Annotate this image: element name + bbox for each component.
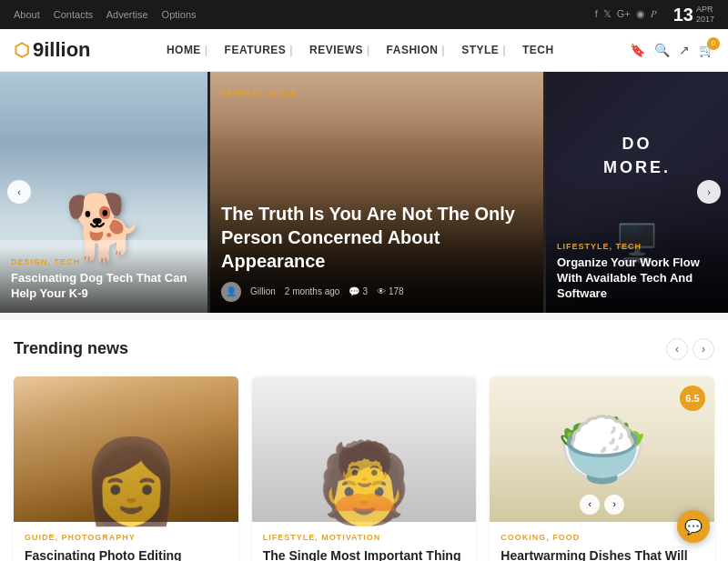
slide-center-title: The Truth Is You Are Not The Only Person… — [221, 202, 532, 273]
logo[interactable]: ⬡ 9illion — [14, 38, 91, 62]
share-icon[interactable]: ↗ — [679, 43, 690, 57]
slide-center-avatar: 👤 — [221, 282, 241, 302]
advertise-link[interactable]: Advertise — [106, 9, 148, 20]
trending-card-2[interactable]: 🧑 LIFESTYLE, MOTIVATION The Single Most … — [252, 376, 477, 561]
pinterest-icon[interactable]: 𝑃 — [651, 8, 657, 20]
slide-left-title: Fascinating Dog Tech That Can Help Your … — [11, 271, 197, 302]
twitter-icon[interactable]: 𝕏 — [603, 8, 612, 20]
trending-header: Trending news ‹ › — [14, 338, 714, 360]
slide-center-top-category: PEOPLE, STYLE — [221, 83, 298, 99]
cart-badge: 0 — [707, 37, 720, 50]
nav-reviews[interactable]: REVIEWS | — [309, 44, 370, 56]
slide-center-time: 2 months ago — [285, 286, 340, 296]
contacts-link[interactable]: Contacts — [54, 9, 93, 20]
date-year: 2017 — [696, 15, 714, 25]
top-bar: About Contacts Advertise Options f 𝕏 G+ … — [0, 0, 728, 29]
instagram-icon[interactable]: ◉ — [636, 8, 645, 20]
nav-fashion[interactable]: FASHION | — [387, 44, 446, 56]
hero-slider: 🐕 ‹ DESIGN, TECH Fascinating Dog Tech Th… — [0, 72, 728, 313]
options-link[interactable]: Options — [162, 9, 197, 20]
card3-next-btn[interactable]: › — [604, 495, 624, 515]
about-link[interactable]: About — [14, 9, 40, 20]
card1-title: Fascinating Photo Editing Tactics That C… — [25, 547, 228, 561]
bookmark-icon[interactable]: 🔖 — [630, 43, 645, 57]
card1-content: GUIDE, PHOTOGRAPHY Fascinating Photo Edi… — [14, 522, 238, 561]
facebook-icon[interactable]: f — [595, 8, 598, 20]
card2-content: LIFESTYLE, MOTIVATION The Single Most Im… — [252, 522, 477, 561]
card2-category: LIFESTYLE, MOTIVATION — [263, 533, 466, 542]
card1-image: 👩 — [14, 376, 238, 522]
trending-card-1[interactable]: 👩 GUIDE, PHOTOGRAPHY Fascinating Photo E… — [14, 376, 238, 561]
google-plus-icon[interactable]: G+ — [617, 8, 631, 20]
search-icon[interactable]: 🔍 — [654, 43, 670, 57]
header: ⬡ 9illion HOME | FEATURES | REVIEWS | FA… — [0, 29, 728, 72]
trending-nav: ‹ › — [666, 338, 714, 360]
nav-tech[interactable]: TECH — [522, 44, 554, 56]
card1-category: GUIDE, PHOTOGRAPHY — [25, 533, 228, 542]
nav-home[interactable]: HOME | — [167, 44, 208, 56]
trending-cards: 👩 GUIDE, PHOTOGRAPHY Fascinating Photo E… — [14, 376, 714, 561]
trending-title: Trending news — [14, 339, 128, 358]
nav-features[interactable]: FEATURES | — [225, 44, 293, 56]
nav-style[interactable]: STYLE | — [461, 44, 506, 56]
slide-center-overlay: The Truth Is You Are Not The Only Person… — [210, 191, 543, 313]
slide-left-prev-btn[interactable]: ‹ — [7, 180, 31, 204]
date-month-year: APR 2017 — [696, 5, 714, 25]
date-month: APR — [696, 5, 714, 15]
hero-slide-center[interactable]: PEOPLE, STYLE The Truth Is You Are Not T… — [210, 72, 543, 313]
top-bar-right: f 𝕏 G+ ◉ 𝑃 13 APR 2017 — [595, 5, 714, 25]
slide-center-meta: 👤 Gillion 2 months ago 💬 3 👁 178 — [221, 282, 532, 302]
card3-badge: 6.5 — [680, 386, 705, 411]
slide-right-category: LIFESTYLE, TECH — [557, 242, 717, 251]
trending-prev-btn[interactable]: ‹ — [666, 338, 688, 360]
logo-icon: ⬡ — [14, 39, 29, 61]
hero-slide-left[interactable]: 🐕 ‹ DESIGN, TECH Fascinating Dog Tech Th… — [0, 72, 207, 313]
card2-image: 🧑 — [252, 376, 477, 522]
cart-icon[interactable]: 🛒0 — [699, 43, 714, 57]
logo-text: 9illion — [33, 38, 91, 62]
slide-center-meta-text: Gillion 2 months ago — [250, 286, 339, 296]
slide-center-comments: 💬 3 — [349, 286, 368, 296]
slide-right-title: Organize Your Work Flow With Available T… — [557, 255, 717, 302]
slide-center-views: 👁 178 — [377, 286, 404, 296]
card3-prev-btn[interactable]: ‹ — [580, 495, 600, 515]
header-icons: 🔖 🔍 ↗ 🛒0 — [630, 43, 714, 57]
card3-title: Heartwarming Dishes That Will Lighten Up… — [500, 547, 703, 561]
trending-section: Trending news ‹ › 👩 GUIDE, PHOTOGRAPHY F… — [0, 320, 728, 561]
slide-center-category-label: PEOPLE, STYLE — [221, 88, 298, 97]
date-block: 13 APR 2017 — [673, 5, 714, 25]
slide-left-category: DESIGN, TECH — [11, 257, 197, 266]
slide-right-next-btn[interactable]: › — [697, 180, 721, 204]
main-nav: HOME | FEATURES | REVIEWS | FASHION | ST… — [167, 44, 554, 56]
slide-left-overlay: DESIGN, TECH Fascinating Dog Tech That C… — [0, 246, 207, 313]
top-bar-links: About Contacts Advertise Options — [14, 9, 207, 20]
slide-right-overlay: LIFESTYLE, TECH Organize Your Work Flow … — [546, 231, 728, 313]
card3-category: COOKING, FOOD — [500, 533, 703, 542]
slide-center-author: Gillion — [250, 286, 276, 296]
date-number: 13 — [673, 5, 693, 24]
chat-button[interactable]: 💬 — [677, 510, 710, 543]
trending-next-btn[interactable]: › — [693, 338, 714, 360]
hero-slide-right[interactable]: DOMORE. 🖥️ › LIFESTYLE, TECH Organize Yo… — [546, 72, 728, 313]
social-icons: f 𝕏 G+ ◉ 𝑃 — [595, 8, 657, 20]
card2-title: The Single Most Important Thing You Need… — [263, 547, 466, 561]
